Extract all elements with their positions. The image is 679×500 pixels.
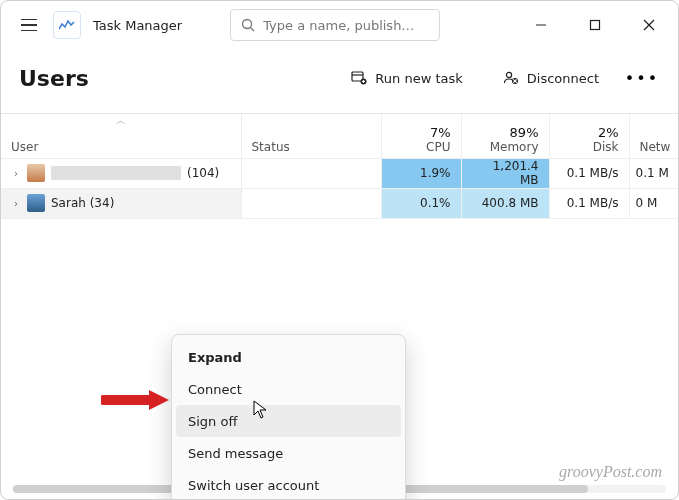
svg-rect-3 bbox=[591, 21, 600, 30]
annotation-arrow-icon bbox=[101, 388, 171, 412]
users-table: ︿ User Status 7% CPU 89% Memory bbox=[1, 114, 678, 219]
search-input[interactable]: Type a name, publish… bbox=[230, 9, 440, 41]
run-task-icon bbox=[351, 70, 367, 86]
more-button[interactable]: ••• bbox=[624, 61, 660, 95]
ctx-connect[interactable]: Connect bbox=[172, 373, 405, 405]
cell-cpu: 1.9% bbox=[381, 158, 461, 188]
cell-memory: 400.8 MB bbox=[461, 188, 549, 218]
svg-point-11 bbox=[506, 72, 511, 77]
svg-line-1 bbox=[251, 28, 255, 32]
app-icon bbox=[53, 11, 81, 39]
cell-network: 0.1 M bbox=[629, 158, 678, 188]
chevron-right-icon[interactable]: › bbox=[11, 168, 21, 179]
chevron-right-icon[interactable]: › bbox=[11, 198, 21, 209]
maximize-button[interactable] bbox=[572, 9, 618, 41]
col-network[interactable]: Netw bbox=[629, 114, 678, 158]
task-manager-window: Task Manager Type a name, publish… Users bbox=[0, 0, 679, 500]
cell-memory: 1,201.4 MB bbox=[461, 158, 549, 188]
app-title: Task Manager bbox=[93, 18, 182, 33]
close-button[interactable] bbox=[626, 9, 672, 41]
disconnect-label: Disconnect bbox=[527, 71, 599, 86]
ctx-expand[interactable]: Expand bbox=[172, 341, 405, 373]
cell-cpu: 0.1% bbox=[381, 188, 461, 218]
cell-status bbox=[241, 158, 381, 188]
avatar bbox=[27, 164, 45, 182]
disconnect-icon bbox=[503, 70, 519, 86]
cell-status bbox=[241, 188, 381, 218]
col-cpu[interactable]: 7% CPU bbox=[381, 114, 461, 158]
watermark: groovyPost.com bbox=[559, 463, 662, 481]
ctx-send-message[interactable]: Send message bbox=[172, 437, 405, 469]
titlebar: Task Manager Type a name, publish… bbox=[1, 1, 678, 49]
page-title: Users bbox=[19, 66, 89, 91]
user-name-redacted bbox=[51, 166, 181, 180]
sort-indicator-icon: ︿ bbox=[116, 114, 126, 128]
table-row[interactable]: › Sarah (34) 0.1% 400.8 MB 0.1 MB/s 0 M bbox=[1, 188, 678, 218]
cursor-icon bbox=[253, 400, 269, 420]
table-row[interactable]: › (104) 1.9% 1,201.4 MB 0.1 MB/s 0.1 M bbox=[1, 158, 678, 188]
ctx-switch-user[interactable]: Switch user account bbox=[172, 469, 405, 499]
svg-point-0 bbox=[243, 20, 252, 29]
run-new-task-button[interactable]: Run new task bbox=[336, 61, 477, 95]
search-icon bbox=[241, 18, 255, 32]
cell-disk: 0.1 MB/s bbox=[549, 158, 629, 188]
users-table-wrap: ︿ User Status 7% CPU 89% Memory bbox=[1, 114, 678, 499]
more-icon: ••• bbox=[625, 69, 659, 88]
col-status[interactable]: Status bbox=[241, 114, 381, 158]
search-placeholder: Type a name, publish… bbox=[263, 18, 414, 33]
menu-icon[interactable] bbox=[13, 9, 45, 41]
context-menu: Expand Connect Sign off Send message Swi… bbox=[171, 334, 406, 499]
col-memory[interactable]: 89% Memory bbox=[461, 114, 549, 158]
cell-disk: 0.1 MB/s bbox=[549, 188, 629, 218]
col-disk[interactable]: 2% Disk bbox=[549, 114, 629, 158]
ctx-sign-off[interactable]: Sign off bbox=[176, 405, 401, 437]
user-name: Sarah (34) bbox=[51, 196, 114, 210]
user-process-count: (104) bbox=[187, 166, 219, 180]
page-header: Users Run new task bbox=[1, 49, 678, 114]
cell-network: 0 M bbox=[629, 188, 678, 218]
col-user[interactable]: ︿ User bbox=[1, 114, 241, 158]
disconnect-button[interactable]: Disconnect bbox=[488, 61, 614, 95]
avatar bbox=[27, 194, 45, 212]
minimize-button[interactable] bbox=[518, 9, 564, 41]
run-new-task-label: Run new task bbox=[375, 71, 462, 86]
toolbar: Run new task Disconnect ••• bbox=[336, 61, 660, 95]
